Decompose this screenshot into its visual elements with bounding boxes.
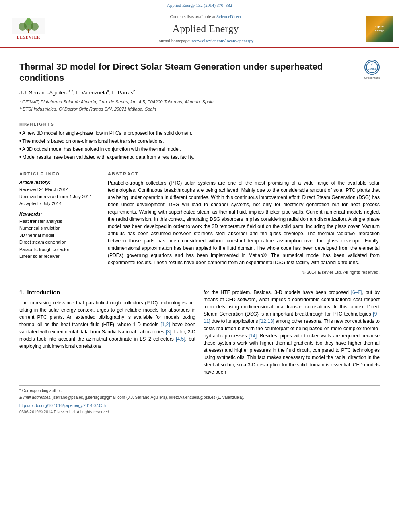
intro-left-text: The increasing relevance that parabolic-… (19, 299, 195, 350)
body-section: 1. Introduction The increasing relevance… (19, 289, 380, 379)
crossmark-label: CrossMark (364, 76, 380, 80)
body-col-right: for the HTF problem. Besides, 3-D models… (204, 289, 380, 379)
elsevier-tree-icon (12, 18, 45, 34)
ref-14: [14] (249, 333, 257, 339)
email-label: E-mail addresses: (19, 395, 51, 400)
authors-line: J.J. Serrano-Aguileraa,*, L. Valenzuelaa… (19, 89, 380, 97)
affil-a: ᵃ CIEMAT, Plataforma Solar de Almería, C… (19, 99, 380, 105)
doi-line: http://dx.doi.org/10.1016/j.apenergy.201… (19, 403, 380, 409)
intro-title: 1. Introduction (19, 289, 195, 297)
author3-sup: b (133, 89, 135, 93)
main-content: Thermal 3D model for Direct Solar Steam … (0, 48, 399, 422)
keyword-6: Linear solar receiver (19, 253, 100, 259)
svg-text:CROSS: CROSS (368, 68, 376, 70)
affiliations: ᵃ CIEMAT, Plataforma Solar de Almería, C… (19, 99, 380, 112)
revised-date: Received in revised form 4 July 2014 (19, 194, 100, 200)
svg-point-2 (19, 23, 27, 31)
keyword-2: Numerical simulation (19, 225, 100, 231)
keyword-3: 3D thermal model (19, 232, 100, 238)
history-label: Article history: (19, 179, 100, 185)
ref-12-13: [12,13] (259, 318, 274, 324)
abstract-text: Parabolic-trough collectors (PTC) solar … (108, 179, 380, 266)
svg-rect-4 (28, 29, 29, 33)
body-col-left: 1. Introduction The increasing relevance… (19, 289, 195, 379)
article-info-abstract: ARTICLE INFO Article history: Received 2… (19, 171, 380, 276)
homepage-link[interactable]: www.elsevier.com/locate/apenergy (192, 38, 254, 43)
author1-sup: a,* (68, 89, 73, 93)
accepted-date: Accepted 7 July 2014 (19, 201, 100, 207)
sciencedirect-link[interactable]: ScienceDirect (216, 14, 241, 19)
highlight-item-3: A 3D optical model has been solved in co… (19, 146, 380, 153)
abstract-column: ABSTRACT Parabolic-trough collectors (PT… (108, 171, 380, 276)
issn-line: 0306-2619/© 2014 Elsevier Ltd. All right… (19, 409, 380, 415)
highlight-item-2: The model is based on one-dimensional he… (19, 138, 380, 145)
highlights-section: HIGHLIGHTS A new 3D model for single-pha… (19, 121, 380, 161)
article-title: Thermal 3D model for Direct Solar Steam … (19, 61, 361, 84)
keyword-5: Parabolic trough collector (19, 246, 100, 253)
elsevier-logo-area: ELSEVIER (6, 18, 51, 40)
received-date: Received 24 March 2014 (19, 187, 100, 193)
crossmark-icon: ✓ CROSS (364, 60, 380, 75)
crossmark-area: ✓ CROSS CrossMark (364, 60, 380, 80)
sciencedirect-prefix: Contents lists available at (170, 14, 216, 19)
affil-b: ᵇ ETSI Industriales, C/ Doctor Ortiz Ram… (19, 106, 380, 112)
svg-point-3 (31, 23, 39, 31)
footnote-section: * Corresponding author. E-mail addresses… (19, 385, 380, 415)
intro-section-title: Introduction (27, 289, 60, 296)
divider-1 (19, 117, 380, 117)
journal-homepage: journal homepage: www.elsevier.com/locat… (51, 38, 360, 44)
ref-4-5: [4,5] (176, 336, 185, 342)
keywords-label: Keywords: (19, 211, 100, 217)
email-addresses: E-mail addresses: jserrano@psa.es, jj.se… (19, 395, 380, 401)
highlights-heading: HIGHLIGHTS (19, 121, 380, 127)
author3: , L. Parras (109, 90, 133, 96)
ref-9-11: [9–11] (204, 311, 380, 324)
svg-text:✓: ✓ (370, 63, 373, 66)
intro-num: 1. (19, 289, 24, 296)
highlights-list: A new 3D model for single-phase flow in … (19, 130, 380, 160)
badge-label: AppliedEnergy (375, 25, 385, 33)
homepage-prefix: journal homepage: (158, 38, 192, 43)
intro-right-text: for the HTF problem. Besides, 3-D models… (204, 289, 380, 376)
keywords-section: Keywords: Heat transfer analysis Numeric… (19, 211, 100, 260)
highlight-item-4: Model results have been validated with e… (19, 154, 380, 161)
journal-title: Applied Energy (51, 22, 360, 36)
ref-1-2: [1,2] (160, 322, 170, 327)
article-info-heading: ARTICLE INFO (19, 171, 100, 177)
elsevier-logo: ELSEVIER (6, 18, 51, 40)
citation-text: Applied Energy 132 (2014) 370–382 (167, 3, 232, 8)
keyword-4: Direct steam generation (19, 239, 100, 245)
corresponding-author: * Corresponding author. (19, 388, 380, 394)
abstract-heading: ABSTRACT (108, 171, 380, 177)
email-values: jserrano@psa.es, jj.serragui@gmail.com (… (53, 395, 245, 400)
journal-citation: Applied Energy 132 (2014) 370–382 (0, 0, 399, 10)
elsevier-label: ELSEVIER (17, 35, 41, 40)
author2: , L. Valenzuela (73, 90, 107, 96)
highlight-item-1: A new 3D model for single-phase flow in … (19, 130, 380, 137)
author1: J.J. Serrano-Aguilera (19, 90, 68, 96)
copyright-line: © 2014 Elsevier Ltd. All rights reserved… (108, 269, 380, 275)
divider-2 (19, 166, 380, 166)
journal-header: ELSEVIER Contents lists available at Sci… (0, 10, 399, 48)
applied-energy-badge: AppliedEnergy (366, 16, 393, 42)
sciencedirect-line: Contents lists available at ScienceDirec… (51, 14, 360, 20)
svg-point-5 (26, 18, 31, 25)
article-info-column: ARTICLE INFO Article history: Received 2… (19, 171, 100, 276)
journal-badge-area: AppliedEnergy (360, 16, 393, 42)
article-history: Article history: Received 24 March 2014 … (19, 179, 100, 207)
journal-center-header: Contents lists available at ScienceDirec… (51, 14, 360, 44)
divider-3 (19, 282, 380, 282)
ref-3: [3] (166, 329, 171, 335)
ref-6-8: [6–8] (351, 290, 362, 295)
keyword-1: Heat transfer analysis (19, 218, 100, 224)
